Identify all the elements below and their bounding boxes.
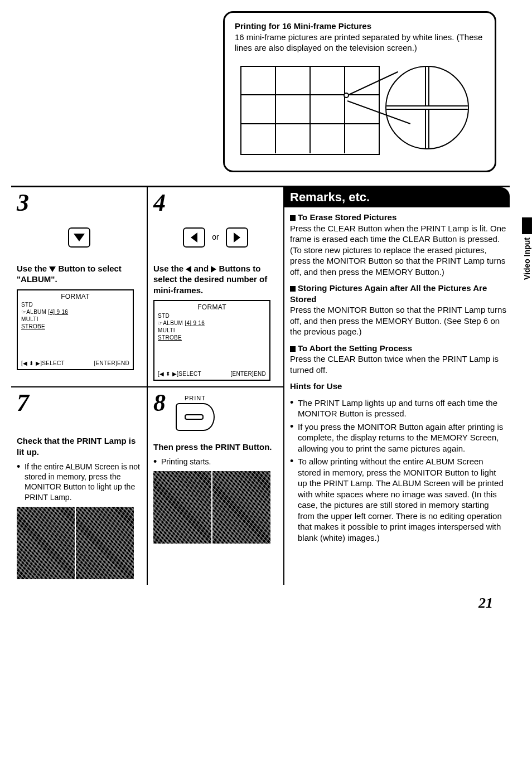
- square-bullet-icon: [290, 346, 296, 352]
- side-tab: Video Input: [522, 217, 532, 280]
- step-3: 3 Use the Button to select "ALBUM". FORM…: [11, 187, 148, 388]
- step-7-text: Check that the PRINT Lamp is lit up.: [17, 435, 141, 457]
- print-label: PRINT: [176, 394, 215, 402]
- down-triangle-icon: [49, 266, 56, 272]
- step-3-text: Use the Button to select "ALBUM".: [17, 263, 141, 285]
- remark-title: To Erase Stored Pictures: [298, 212, 396, 222]
- osd-screen: FORMAT STD ☞ALBUM [4] 9 16 MULTI STROBE …: [17, 289, 134, 370]
- album-screen-image: [17, 507, 134, 579]
- left-triangle-icon: [186, 266, 191, 273]
- remark-title: Storing Pictures Again after All the Pic…: [290, 283, 487, 304]
- step-number: 8: [153, 391, 166, 415]
- remark-body: Press the CLEAR Button when the PRINT La…: [290, 224, 506, 277]
- hints-title: Hints for Use: [290, 381, 506, 392]
- step-number: 7: [17, 391, 141, 415]
- hints-list: The PRINT Lamp lights up and turns off e…: [290, 397, 506, 544]
- step-8-sub: Printing starts.: [153, 457, 278, 467]
- album-screen-image: [153, 471, 270, 544]
- grid-icon: [240, 66, 380, 155]
- remark-body: Press the CLEAR Button twice when the PR…: [290, 354, 499, 375]
- side-tab-label: Video Input: [522, 237, 532, 280]
- hint-item: The PRINT Lamp lights up and turns off e…: [290, 397, 506, 419]
- remark-title: To Abort the Setting Process: [298, 343, 412, 353]
- zoom-circle-icon: [385, 66, 469, 149]
- step-7-sub: If the entire ALBUM Screen is not stored…: [17, 462, 141, 502]
- down-button-icon: [68, 227, 90, 248]
- square-bullet-icon: [290, 286, 296, 292]
- step-4-text: Use the and Buttons to select the desire…: [153, 263, 278, 296]
- print-button-icon: [176, 403, 215, 431]
- step-8-text: Then press the PRINT Button.: [153, 442, 278, 453]
- remarks-column: Remarks, etc. To Erase Stored Pictures P…: [284, 187, 510, 585]
- page-number: 21: [11, 594, 510, 613]
- remarks-header: Remarks, etc.: [284, 187, 510, 208]
- hint-item: To allow printing without the entire ALB…: [290, 456, 506, 543]
- callout-mini-frame: Printing for 16 Mini-frame Pictures 16 m…: [223, 11, 496, 172]
- callout-body: 16 mini-frame pictures are printed separ…: [235, 32, 485, 54]
- square-bullet-icon: [290, 215, 296, 221]
- hint-item: If you press the MONITOR Button again af…: [290, 421, 506, 454]
- right-triangle-icon: [211, 266, 216, 273]
- step-8: 8 PRINT Then press the PRINT Button. Pri…: [148, 387, 284, 585]
- side-tab-marker-icon: [522, 217, 532, 234]
- left-button-icon: [183, 227, 205, 248]
- callout-title: Printing for 16 Mini-frame Pictures: [235, 21, 485, 32]
- step-number: 3: [17, 191, 141, 215]
- or-label: or: [212, 232, 219, 242]
- callout-diagram: [235, 60, 480, 161]
- right-button-icon: [226, 227, 248, 248]
- osd-screen: FORMAT STD ☞ALBUM [4] 9 16 MULTI STROBE …: [153, 300, 270, 381]
- step-number: 4: [153, 191, 278, 215]
- step-4: 4 or Use the and Buttons to select the d…: [148, 187, 284, 388]
- step-7: 7 Check that the PRINT Lamp is lit up. I…: [11, 387, 148, 585]
- remark-body: Press the MONITOR Button so that the PRI…: [290, 305, 506, 336]
